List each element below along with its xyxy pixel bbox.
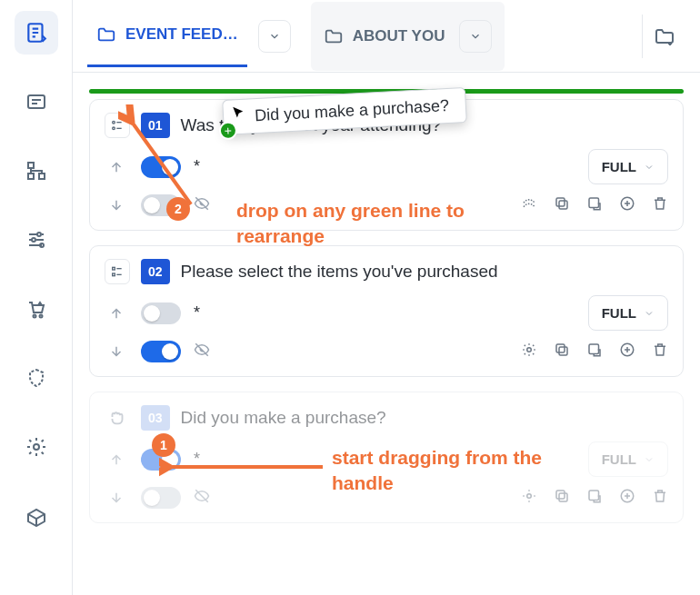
required-star: * (194, 450, 200, 469)
svg-point-5 (37, 233, 41, 236)
tab-about-you[interactable]: ABOUT YOU (311, 2, 505, 71)
svg-rect-2 (28, 163, 34, 168)
svg-point-9 (39, 315, 42, 318)
settings-icon[interactable] (521, 195, 537, 215)
rail-survey-icon[interactable] (15, 11, 58, 55)
question-card: 02 Please select the items you've purcha… (89, 245, 684, 377)
svg-point-11 (113, 121, 115, 124)
duplicate-icon[interactable] (586, 342, 603, 362)
move-up-button[interactable] (105, 448, 128, 471)
visibility-toggle[interactable] (141, 341, 181, 362)
rail-gear-icon[interactable] (15, 425, 58, 469)
visibility-toggle[interactable] (141, 487, 181, 509)
required-star: * (194, 157, 200, 176)
main-area: EVENT FEED… ABOUT YOU (73, 0, 700, 595)
tab-event-feed[interactable]: EVENT FEED… (87, 5, 247, 67)
add-tab-button[interactable] (642, 15, 685, 58)
svg-rect-15 (589, 198, 599, 208)
svg-rect-13 (559, 201, 567, 209)
chevron-down-icon (644, 454, 655, 465)
svg-rect-18 (113, 273, 115, 276)
settings-icon[interactable] (521, 488, 537, 508)
question-number-handle[interactable]: 02 (141, 259, 170, 284)
content-area: 01 Was this your first year attending? *… (73, 73, 700, 595)
required-toggle[interactable] (141, 156, 181, 178)
duplicate-icon[interactable] (586, 195, 603, 215)
folder-plus-icon (654, 25, 675, 47)
required-toggle[interactable] (141, 449, 181, 471)
rail-package-icon[interactable] (15, 494, 58, 538)
svg-point-8 (33, 315, 35, 318)
svg-rect-21 (556, 344, 565, 352)
rail-cart-icon[interactable] (15, 287, 58, 331)
svg-rect-14 (556, 198, 565, 206)
question-type-icon[interactable] (105, 259, 130, 284)
visibility-toggle[interactable] (141, 194, 181, 216)
question-number-handle[interactable]: 01 (141, 113, 170, 138)
rail-shield-icon[interactable] (15, 356, 58, 400)
question-type-icon[interactable] (105, 113, 130, 138)
trash-icon[interactable] (652, 195, 668, 215)
tab-label: ABOUT YOU (353, 27, 445, 45)
svg-rect-3 (39, 174, 45, 179)
chevron-down-icon (644, 162, 655, 173)
move-down-button[interactable] (105, 486, 128, 510)
tab-label: EVENT FEED… (125, 25, 238, 44)
width-select[interactable]: FULL (588, 295, 668, 331)
move-up-button[interactable] (105, 302, 128, 325)
svg-rect-25 (559, 493, 567, 501)
question-card-dragging: 03 Did you make a purchase? * FULL (89, 392, 684, 523)
svg-rect-17 (113, 267, 115, 270)
move-down-button[interactable] (105, 340, 128, 363)
add-icon[interactable] (619, 342, 635, 362)
eye-off-icon (194, 195, 210, 215)
svg-rect-1 (28, 95, 45, 108)
question-number-handle[interactable]: 03 (141, 405, 170, 431)
chevron-down-icon (268, 30, 281, 43)
folder-icon (324, 26, 344, 46)
svg-point-24 (527, 494, 532, 499)
duplicate-icon[interactable] (586, 488, 603, 508)
copy-icon[interactable] (554, 342, 570, 362)
tab-inactive-chevron[interactable] (459, 20, 492, 53)
svg-point-12 (113, 127, 115, 130)
grab-handle-icon[interactable] (105, 405, 130, 431)
trash-icon[interactable] (652, 488, 668, 508)
required-star: * (194, 303, 200, 322)
eye-off-icon (194, 488, 210, 508)
width-select[interactable]: FULL (588, 149, 668, 184)
svg-point-10 (34, 444, 39, 450)
svg-point-19 (527, 348, 532, 352)
width-select[interactable]: FULL (588, 441, 668, 477)
copy-icon[interactable] (554, 195, 570, 215)
required-toggle[interactable] (141, 302, 181, 324)
question-title[interactable]: Please select the items you've purchased (181, 262, 498, 282)
move-up-button[interactable] (105, 155, 128, 179)
svg-rect-27 (589, 491, 599, 501)
settings-icon[interactable] (521, 342, 537, 362)
svg-rect-22 (589, 344, 599, 354)
add-icon[interactable] (619, 488, 635, 508)
eye-off-icon (194, 342, 210, 362)
rail-sliders-icon[interactable] (15, 218, 58, 262)
svg-point-6 (32, 238, 35, 242)
chevron-down-icon (469, 30, 482, 43)
move-down-button[interactable] (105, 193, 128, 217)
copy-icon[interactable] (554, 488, 570, 508)
svg-rect-4 (28, 174, 34, 179)
svg-rect-26 (556, 491, 565, 499)
rail-form-icon[interactable] (15, 80, 58, 124)
tab-active-chevron[interactable] (258, 20, 291, 53)
rail-flow-icon[interactable] (15, 149, 58, 193)
question-title: Did you make a purchase? (181, 408, 386, 428)
chevron-down-icon (644, 308, 655, 319)
trash-icon[interactable] (652, 342, 668, 362)
left-rail (0, 0, 73, 595)
add-icon[interactable] (619, 195, 635, 215)
svg-rect-20 (559, 347, 567, 355)
tabs-bar: EVENT FEED… ABOUT YOU (73, 0, 700, 73)
folder-icon (96, 25, 116, 45)
